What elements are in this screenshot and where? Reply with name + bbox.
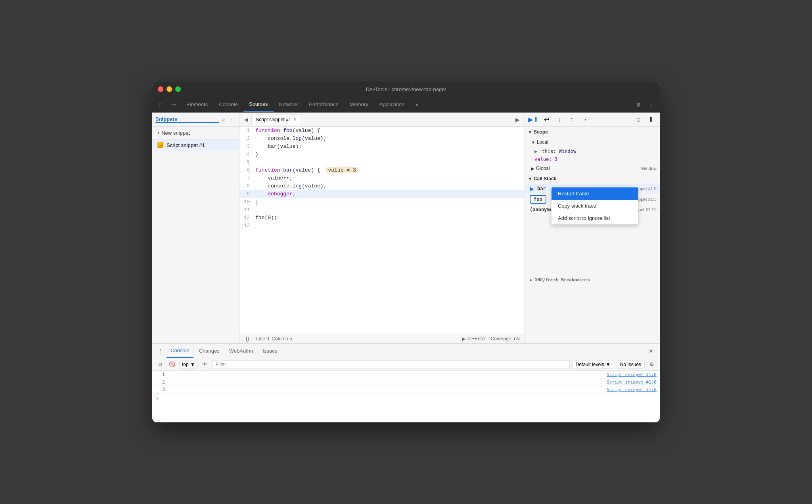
step-over-button[interactable]: ↩ [541,114,552,125]
titlebar: DevTools - chrome://new-tab-page/ [152,82,660,97]
code-editor[interactable]: 1 function foo(value) { 2 console.log(va… [239,127,525,334]
default-levels-dropdown[interactable]: Default levels ▼ [572,361,614,368]
tab-network[interactable]: Network [274,97,304,112]
step-into-button[interactable]: ↓ [553,114,565,125]
console-value-2: 2 [155,379,165,385]
console-prompt[interactable]: › [152,393,660,403]
code-line-5: 5 [239,158,525,166]
bottom-tabs: ⋮ Console Changes WebAuthn Issues ✕ [152,344,660,358]
tab-elements[interactable]: Elements [181,97,213,112]
context-menu-copy-stack-trace[interactable]: Copy stack trace [552,200,638,212]
code-line-7: 7 value++; [239,174,525,182]
context-dropdown-icon: ▼ [190,362,195,367]
panel-more-icon[interactable]: » [220,116,226,123]
scope-label: Scope [534,129,548,135]
editor-panel: ◀ Script snippet #1 ✕ ▶ 1 function foo(v… [239,113,525,343]
default-levels-label: Default levels [576,362,604,367]
main-tabs: Elements Console Sources Network Perform… [181,97,631,112]
xhr-fn: ▶ XHR/fetch Breakpoints [530,277,590,283]
step-button[interactable]: → [579,114,590,125]
snippet-item[interactable]: Script snippet #1 [152,139,239,151]
resume-button[interactable]: ▶⏸ [528,114,539,125]
more-options-icon[interactable]: ⋮ [645,99,657,110]
run-snippet-icon[interactable]: ▶ [512,114,523,125]
code-line-4: 4 } [239,151,525,158]
bottom-more-icon[interactable]: ⋮ [155,346,165,356]
console-src-1[interactable]: Script snippet #1:8 [607,372,657,377]
tab-memory[interactable]: Memory [344,97,374,112]
levels-dropdown-icon: ▼ [606,362,611,367]
snippet-item-label: Script snippet #1 [167,142,205,148]
console-src-2[interactable]: Script snippet #1:8 [607,380,657,385]
panel-menu-icon[interactable]: ⋮ [228,116,236,123]
format-icon[interactable]: {} [243,335,251,343]
console-value-3: 3 [155,387,165,392]
block-requests-icon[interactable]: 🚫 [167,360,177,369]
devtools-window: DevTools - chrome://new-tab-page/ ⬚ ▭ El… [152,82,660,422]
console-filter-input[interactable] [212,360,570,369]
editor-tab-close-icon[interactable]: ✕ [293,117,297,122]
code-line-13: 13 [239,222,525,230]
context-menu-ignore-script[interactable]: Add script to ignore list [552,212,638,224]
local-scope-header[interactable]: ▼ Local [525,137,660,147]
console-output: 1 Script snippet #1:8 2 Script snippet #… [152,371,660,422]
tab-webauthn[interactable]: WebAuthn [225,344,257,358]
right-panel: ▶⏸ ↩ ↓ ↑ → ⬡ ⏸ ▼ Scope ▼ Local ▶ [525,113,660,343]
pause-on-exception-icon[interactable]: ⏸ [645,114,657,125]
foo-badge[interactable]: foo [530,195,546,204]
console-src-3[interactable]: Script snippet #1:8 [607,387,657,392]
debugger-toolbar: ▶⏸ ↩ ↓ ↑ → ⬡ ⏸ [525,113,660,127]
context-menu: Restart frame Copy stack trace Add scrip… [551,187,638,225]
console-line-3: 3 Script snippet #1:8 [152,386,660,393]
debugger-content: ▼ Scope ▼ Local ▶ this: Window value: 3 … [525,127,660,343]
no-issues-button[interactable]: No Issues [617,361,645,368]
code-line-11: 11 [239,206,525,214]
tab-more[interactable]: » [410,97,424,112]
code-line-8: 8 console.log(value); [239,182,525,190]
window-title: DevTools - chrome://new-tab-page/ [366,86,446,92]
show-live-expression-icon[interactable]: 👁 [200,360,210,369]
tab-sources[interactable]: Sources [243,97,274,112]
inspect-element-icon[interactable]: ⬚ [155,99,167,110]
maximize-button[interactable] [175,86,181,92]
clear-console-icon[interactable]: ⊘ [155,360,165,369]
close-bottom-panel-icon[interactable]: ✕ [645,348,657,354]
tab-console[interactable]: Console [213,97,243,112]
scope-section-header[interactable]: ▼ Scope [525,127,660,137]
snippets-tab-label[interactable]: Snippets [155,116,219,123]
console-line-2: 2 Script snippet #1:8 [152,378,660,386]
device-mode-icon[interactable]: ▭ [168,99,179,110]
new-snippet-label: + New snippet [157,130,190,136]
tab-performance[interactable]: Performance [303,97,344,112]
global-scope-header[interactable]: ▶ Global Window [525,163,660,174]
active-frame-icon: ▶ [530,185,534,192]
context-selector[interactable]: top ▼ [179,361,198,368]
navigate-back-icon[interactable]: ◀ [241,115,251,124]
context-menu-restart-frame[interactable]: Restart frame [552,187,638,200]
toolbar-right: ⚙ ⋮ [633,99,657,110]
tab-application[interactable]: Application [374,97,410,112]
tab-issues[interactable]: Issues [259,344,282,358]
run-shortcut: ⌘+Enter [467,336,486,342]
new-snippet-button[interactable]: + New snippet [152,127,239,139]
tab-changes[interactable]: Changes [195,344,224,358]
deactivate-breakpoints-icon[interactable]: ⬡ [633,114,644,125]
code-line-3: 3 bar(value); [239,143,525,151]
run-button[interactable]: ▶ ⌘+Enter [462,336,486,342]
console-line-1: 1 Script snippet #1:8 [152,371,660,378]
value-scope-item: value: 3 [525,155,660,163]
global-label: Global [536,166,550,171]
editor-tab-snippet[interactable]: Script snippet #1 ✕ [251,114,301,125]
console-settings-icon[interactable]: ⚙ [647,360,657,369]
step-out-button[interactable]: ↑ [566,114,577,125]
window-controls [158,86,181,92]
call-stack-arrow-icon: ▼ [528,177,532,181]
minimize-button[interactable] [167,86,172,92]
code-line-12: 12 foo(0); [239,214,525,222]
settings-icon[interactable]: ⚙ [633,99,644,110]
main-toolbar: ⬚ ▭ Elements Console Sources Network Per… [152,97,660,113]
tab-console-bottom[interactable]: Console [167,344,193,358]
close-button[interactable] [158,86,163,92]
local-arrow-icon: ▼ [531,140,535,145]
call-stack-section-header[interactable]: ▼ Call Stack [525,174,660,184]
